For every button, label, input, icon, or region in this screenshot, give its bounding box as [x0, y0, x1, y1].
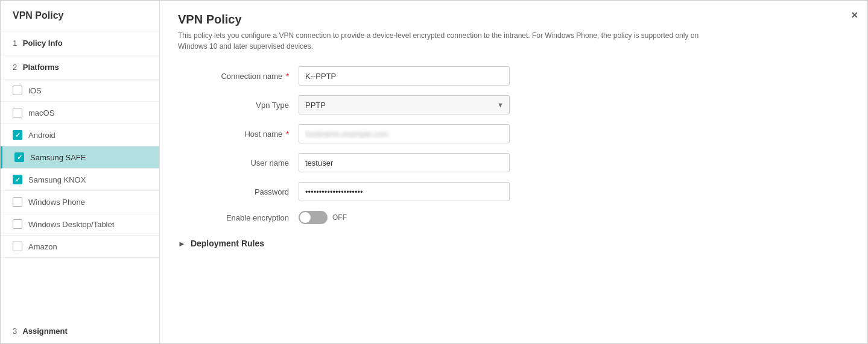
close-button[interactable]: × [851, 9, 858, 22]
deployment-rules-section[interactable]: ► Deployment Rules [178, 239, 849, 248]
checkbox-macos[interactable] [13, 108, 22, 117]
section-label-assignment: Assignment [22, 327, 67, 336]
sidebar-section-assignment[interactable]: 3 Assignment [1, 319, 159, 343]
section-number-2: 2 [13, 63, 17, 72]
enable-encryption-label: Enable encryption [202, 213, 299, 222]
platform-label-windows-desktop: Windows Desktop/Tablet [28, 220, 114, 229]
platform-label-amazon: Amazon [28, 242, 57, 251]
checkbox-amazon[interactable] [13, 242, 22, 251]
user-name-label: User name [202, 158, 299, 167]
sidebar-section-platforms[interactable]: 2 Platforms [1, 55, 159, 80]
connection-name-label: Connection name * [202, 72, 299, 81]
platform-label-android: Android [28, 131, 55, 140]
vpn-type-select-wrapper: PPTP L2TP IPSec SSL [299, 95, 510, 114]
toggle-state-label: OFF [332, 213, 347, 222]
checkbox-samsung-safe[interactable] [14, 152, 24, 162]
user-name-input[interactable] [299, 153, 510, 172]
password-input[interactable] [299, 182, 510, 201]
sidebar-item-windows-phone[interactable]: Windows Phone [1, 191, 159, 213]
toggle-container: OFF [299, 211, 347, 224]
sidebar-item-windows-desktop[interactable]: Windows Desktop/Tablet [1, 213, 159, 236]
sidebar-item-samsung-safe[interactable]: Samsung SAFE [1, 146, 159, 169]
platform-label-ios: iOS [28, 86, 42, 95]
enable-encryption-toggle[interactable] [299, 211, 328, 224]
section-label-platforms: Platforms [23, 63, 59, 72]
platform-label-windows-phone: Windows Phone [28, 198, 85, 207]
host-name-label: Host name * [202, 130, 299, 139]
enable-encryption-row: Enable encryption OFF [202, 211, 661, 224]
vpn-type-row: Vpn Type PPTP L2TP IPSec SSL [202, 95, 661, 114]
main-description: This policy lets you configure a VPN con… [178, 30, 721, 52]
section-number-3: 3 [13, 327, 17, 336]
deployment-rules-label: Deployment Rules [191, 239, 264, 248]
form-section: Connection name * Vpn Type PPTP L2TP IPS… [202, 66, 661, 224]
connection-name-row: Connection name * [202, 66, 661, 86]
modal-container: VPN Policy 1 Policy Info 2 Platforms iOS… [0, 0, 868, 344]
checkbox-android[interactable] [13, 130, 22, 140]
main-title: VPN Policy [178, 13, 849, 27]
password-row: Password [202, 182, 661, 201]
platform-label-macos: macOS [28, 108, 54, 117]
main-content: × VPN Policy This policy lets you config… [160, 1, 867, 343]
sidebar-title: VPN Policy [1, 1, 159, 31]
deployment-rules-arrow-icon: ► [178, 239, 186, 248]
connection-name-input[interactable] [299, 66, 510, 86]
sidebar-item-macos[interactable]: macOS [1, 102, 159, 124]
sidebar-item-samsung-knox[interactable]: Samsung KNOX [1, 169, 159, 191]
sidebar-section-policy-info[interactable]: 1 Policy Info [1, 31, 159, 55]
vpn-type-select[interactable]: PPTP L2TP IPSec SSL [299, 95, 510, 114]
checkbox-windows-desktop[interactable] [13, 219, 22, 229]
user-name-row: User name [202, 153, 661, 172]
section-number-1: 1 [13, 39, 17, 48]
connection-name-required: * [286, 72, 289, 81]
section-label-policy-info: Policy Info [23, 39, 63, 48]
platform-label-samsung-knox: Samsung KNOX [28, 175, 86, 184]
sidebar: VPN Policy 1 Policy Info 2 Platforms iOS… [1, 1, 160, 343]
host-name-required: * [286, 130, 289, 139]
host-name-input[interactable] [299, 124, 510, 143]
password-label: Password [202, 187, 299, 196]
checkbox-samsung-knox[interactable] [13, 175, 22, 184]
platform-label-samsung-safe: Samsung SAFE [30, 153, 86, 162]
sidebar-item-android[interactable]: Android [1, 124, 159, 146]
checkbox-windows-phone[interactable] [13, 197, 22, 207]
sidebar-item-amazon[interactable]: Amazon [1, 236, 159, 258]
checkbox-ios[interactable] [13, 86, 22, 95]
sidebar-item-ios[interactable]: iOS [1, 80, 159, 102]
vpn-type-label: Vpn Type [202, 101, 299, 110]
host-name-row: Host name * [202, 124, 661, 143]
